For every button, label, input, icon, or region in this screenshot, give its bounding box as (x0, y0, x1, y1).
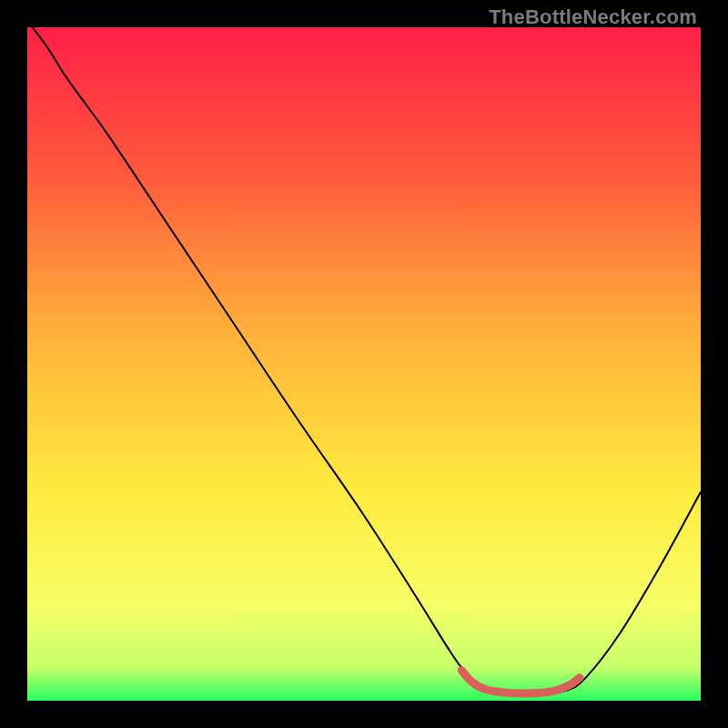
watermark-text: TheBottleNecker.com (489, 5, 697, 29)
chart-background (27, 27, 701, 701)
chart-frame (27, 27, 701, 701)
chart-svg (27, 27, 701, 701)
